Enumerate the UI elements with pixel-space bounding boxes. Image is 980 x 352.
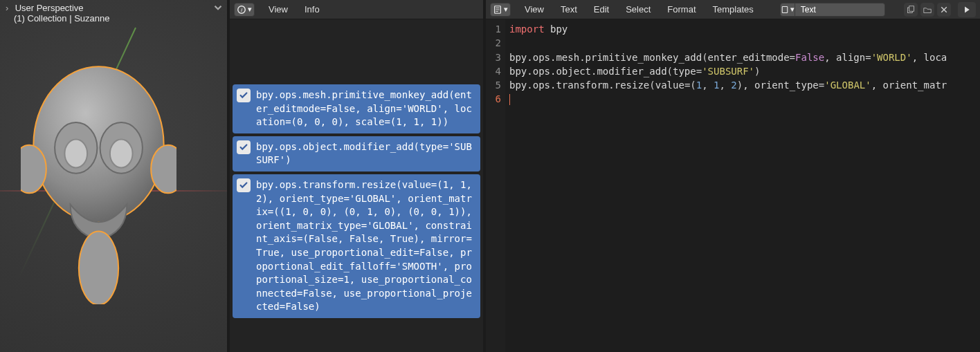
unlink-text-icon[interactable] (937, 3, 951, 17)
text-editor-panel: ▾ View Text Edit Select Format Templates… (486, 0, 980, 352)
code-line[interactable]: bpy.ops.mesh.primitive_monkey_add(enter_… (509, 50, 980, 64)
viewport-overlay-text: › User Perspective (1) Collection | Suza… (0, 0, 227, 26)
svg-point-0 (33, 66, 163, 222)
viewport-subtitle: (1) Collection | Suzanne (6, 13, 110, 24)
line-number: 6 (486, 92, 501, 106)
viewport-title: User Perspective (15, 3, 84, 13)
log-checkbox[interactable] (237, 178, 251, 192)
line-number: 2 (486, 36, 501, 50)
svg-point-5 (64, 140, 87, 168)
info-header: i ▾ View Info (230, 0, 483, 19)
viewport-3d[interactable]: › User Perspective (1) Collection | Suza… (0, 0, 230, 352)
code-line[interactable]: bpy.ops.object.modifier_add(type='SUBSUR… (509, 64, 980, 78)
line-number: 5 (486, 78, 501, 92)
code-line[interactable]: bpy.ops.transform.resize(value=(1, 1, 2)… (509, 78, 980, 92)
code-line[interactable]: import bpy (509, 22, 980, 36)
svg-rect-16 (909, 6, 914, 11)
line-number: 3 (486, 50, 501, 64)
editor-type-dropdown[interactable]: ▾ (490, 3, 511, 17)
code-area[interactable]: import bpy bpy.ops.mesh.primitive_monkey… (505, 19, 980, 352)
svg-rect-14 (782, 6, 788, 12)
chevron-right-icon[interactable]: › (6, 3, 12, 13)
svg-point-7 (79, 232, 118, 304)
log-checkbox[interactable] (237, 89, 251, 102)
text-datablock-selector[interactable]: ▾ Text (780, 3, 885, 17)
menu-edit[interactable]: Edit (587, 4, 616, 15)
suzanne-mesh[interactable] (21, 62, 176, 304)
editor-type-dropdown[interactable]: i ▾ (234, 3, 255, 17)
datablock-browse-icon[interactable]: ▾ (780, 3, 795, 17)
menu-templates[interactable]: Templates (706, 4, 761, 15)
menu-info[interactable]: Info (298, 4, 327, 15)
svg-point-6 (110, 140, 133, 168)
text-editor-body[interactable]: 123456 import bpy bpy.ops.mesh.primitive… (486, 19, 980, 352)
line-number: 4 (486, 64, 501, 78)
code-line[interactable] (509, 92, 980, 106)
text-editor-header: ▾ View Text Edit Select Format Templates… (486, 0, 980, 19)
menu-view[interactable]: View (262, 4, 295, 15)
code-line[interactable] (509, 36, 980, 50)
run-script-button[interactable] (958, 2, 976, 17)
log-text: bpy.ops.transform.resize(value=(1, 1, 2)… (256, 179, 472, 312)
log-entry[interactable]: bpy.ops.mesh.primitive_monkey_add(enter_… (233, 84, 480, 133)
menu-format[interactable]: Format (660, 4, 702, 15)
line-number-gutter: 123456 (486, 19, 505, 352)
log-entry[interactable]: bpy.ops.transform.resize(value=(1, 1, 2)… (233, 174, 480, 318)
text-caret (509, 94, 510, 105)
menu-view[interactable]: View (518, 4, 551, 15)
info-panel: i ▾ View Info bpy.ops.mesh.primitive_mon… (230, 0, 486, 352)
line-number: 1 (486, 22, 501, 36)
open-text-icon[interactable] (920, 3, 934, 17)
log-checkbox[interactable] (237, 140, 251, 154)
log-entry[interactable]: bpy.ops.object.modifier_add(type='SUBSUR… (233, 136, 480, 172)
svg-text:i: i (241, 6, 242, 12)
log-text: bpy.ops.mesh.primitive_monkey_add(enter_… (256, 89, 472, 127)
menu-text[interactable]: Text (554, 4, 584, 15)
new-text-icon[interactable] (904, 3, 918, 17)
menu-select[interactable]: Select (619, 4, 657, 15)
log-text: bpy.ops.object.modifier_add(type='SUBSUR… (256, 141, 472, 166)
text-datablock-name[interactable]: Text (795, 3, 885, 17)
info-log[interactable]: bpy.ops.mesh.primitive_monkey_add(enter_… (230, 19, 483, 352)
